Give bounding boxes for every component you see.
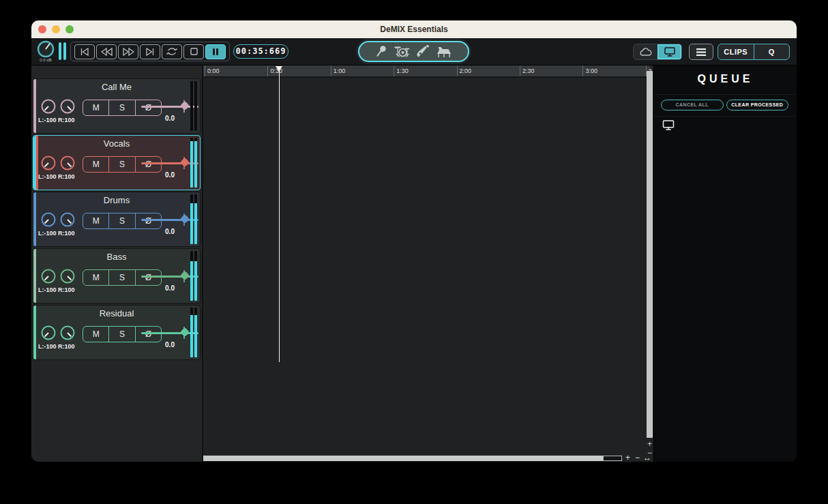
computer-icon [664, 47, 675, 57]
pan-left-knob[interactable] [40, 211, 57, 228]
phase-button[interactable]: Ø [135, 100, 161, 115]
menu-button[interactable] [689, 44, 713, 60]
pan-right-knob[interactable] [59, 325, 76, 341]
pan-range-label: L:-100 R:100 [38, 343, 75, 350]
close-window-button[interactable] [38, 25, 46, 33]
volume-slider-handle[interactable] [180, 327, 190, 337]
track-header[interactable]: Residual L:-100 R:100 M S Ø 0.0 [33, 305, 201, 360]
titlebar: DeMIX Essentials [31, 20, 797, 38]
pan-right-knob[interactable] [59, 155, 76, 171]
solo-button[interactable]: S [108, 100, 134, 115]
track-level-meter [190, 138, 197, 188]
drum-kit-icon[interactable] [394, 45, 410, 58]
piano-icon[interactable] [436, 46, 454, 58]
master-volume-knob[interactable] [37, 40, 55, 58]
pan-range-label: L:-100 R:100 [38, 117, 75, 123]
volume-slider-handle[interactable] [180, 271, 190, 280]
pause-button[interactable] [205, 44, 226, 59]
track-title: Bass [33, 252, 200, 262]
pan-right-knob[interactable] [59, 211, 76, 228]
instrument-selector [358, 41, 469, 62]
pan-left-knob[interactable] [40, 98, 57, 115]
fast-forward-button[interactable] [118, 44, 138, 59]
volume-slider-handle[interactable] [180, 101, 190, 110]
local-mode-button[interactable] [657, 44, 681, 59]
volume-value: 0.0 [149, 284, 190, 292]
vertical-scrollbar[interactable] [647, 71, 653, 438]
pan-left-knob[interactable] [40, 325, 57, 341]
clips-queue-toggle: CLIPS Q [718, 44, 790, 60]
cancel-all-button[interactable]: CANCEL ALL [661, 100, 724, 110]
computer-device-icon [662, 120, 675, 130]
track-header[interactable]: Call Me L:-100 R:100 M S Ø 0.0 [33, 78, 201, 134]
horizontal-fit-button[interactable]: ↔ [643, 453, 651, 462]
phase-button[interactable]: Ø [135, 157, 161, 172]
track-button-group: M S Ø [83, 326, 162, 342]
phase-button[interactable]: Ø [135, 327, 161, 342]
cloud-mode-button[interactable] [634, 44, 657, 59]
pan-range-label: L:-100 R:100 [38, 286, 75, 293]
solo-button[interactable]: S [108, 270, 134, 285]
track-level-meter [190, 81, 197, 131]
mute-button[interactable]: M [83, 213, 108, 228]
rewind-button[interactable] [96, 44, 117, 59]
track-header[interactable]: Vocals L:-100 R:100 M S Ø 0.0 [33, 135, 201, 190]
pan-right-knob[interactable] [59, 98, 76, 115]
mute-button[interactable]: M [83, 100, 108, 115]
horizontal-scroll-remainder[interactable] [603, 456, 622, 461]
skip-to-start-button[interactable] [74, 44, 95, 59]
time-ruler[interactable]: 0:000:301:001:302:002:303:003 [203, 65, 650, 78]
mute-button[interactable]: M [83, 270, 108, 285]
timeline-panel: 0:000:301:001:302:002:303:003 + − + − ↔ [202, 65, 653, 462]
master-level-meter [59, 42, 67, 60]
horizontal-zoom-in-button[interactable]: + [625, 453, 630, 462]
horizontal-scrollbar[interactable] [203, 456, 603, 461]
queue-tab-button[interactable]: Q [754, 44, 790, 59]
output-mode-toggle [633, 44, 682, 60]
pan-right-knob[interactable] [59, 268, 76, 284]
volume-value: 0.0 [149, 228, 190, 235]
solo-button[interactable]: S [108, 157, 134, 172]
pan-left-knob[interactable] [40, 268, 57, 284]
horizontal-zoom-out-button[interactable]: − [635, 453, 640, 462]
track-title: Vocals [33, 138, 200, 149]
master-db-label: 0.0 dB [33, 58, 59, 62]
mute-button[interactable]: M [83, 157, 108, 172]
track-header[interactable]: Drums L:-100 R:100 M S Ø 0.0 [33, 192, 201, 247]
maximize-window-button[interactable] [65, 25, 74, 33]
toolbar: 0.0 dB [31, 38, 797, 65]
track-headers-panel: Call Me L:-100 R:100 M S Ø 0.0 Vocals [31, 65, 202, 462]
cloud-icon [640, 48, 652, 57]
volume-slider-handle[interactable] [180, 158, 190, 167]
track-button-group: M S Ø [83, 269, 162, 286]
track-level-meter [190, 194, 197, 244]
mute-button[interactable]: M [83, 327, 108, 342]
minimize-window-button[interactable] [52, 25, 60, 33]
track-button-group: M S Ø [83, 100, 162, 116]
phase-button[interactable]: Ø [135, 213, 161, 228]
loop-button[interactable] [162, 44, 182, 59]
track-button-group: M S Ø [83, 156, 162, 173]
volume-value: 0.0 [149, 115, 190, 122]
track-level-meter [190, 251, 197, 301]
transport-controls [70, 42, 230, 61]
pan-range-label: L:-100 R:100 [38, 173, 75, 180]
microphone-icon[interactable] [374, 45, 387, 58]
phase-button[interactable]: Ø [135, 270, 161, 285]
track-title: Call Me [33, 82, 200, 92]
queue-title: QUEUE [654, 73, 797, 85]
clips-tab-button[interactable]: CLIPS [718, 44, 754, 59]
stop-button[interactable] [183, 44, 204, 59]
track-header[interactable]: Bass L:-100 R:100 M S Ø 0.0 [33, 248, 201, 303]
skip-to-end-button[interactable] [140, 44, 160, 59]
volume-slider-handle[interactable] [180, 214, 190, 224]
solo-button[interactable]: S [108, 327, 134, 342]
solo-button[interactable]: S [108, 213, 134, 228]
vertical-zoom-in-button[interactable]: + [646, 440, 653, 448]
queue-panel: QUEUE CANCEL ALL CLEAR PROCESSED [653, 65, 797, 462]
track-title: Residual [33, 308, 200, 318]
guitar-icon[interactable] [416, 45, 430, 58]
clear-processed-button[interactable]: CLEAR PROCESSED [726, 100, 789, 110]
pan-left-knob[interactable] [40, 155, 57, 171]
time-display: 00:35:669 [233, 44, 289, 59]
